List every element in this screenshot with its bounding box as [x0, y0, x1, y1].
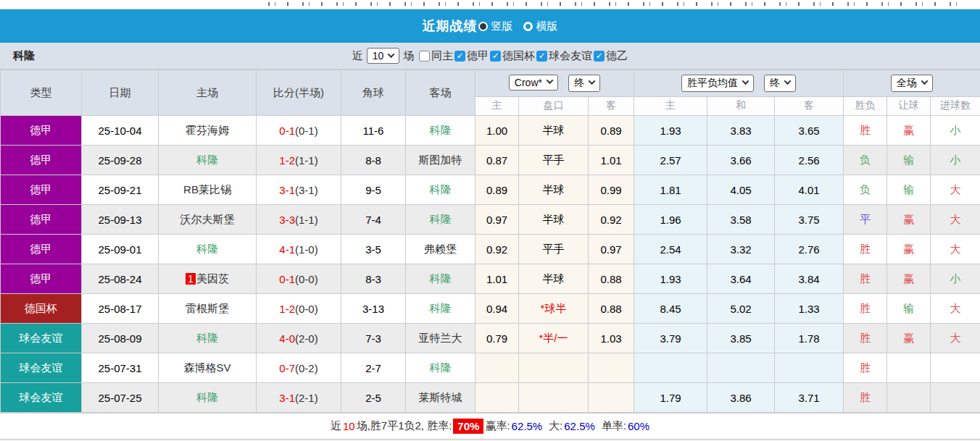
- away-team[interactable]: 莱斯特城: [406, 383, 476, 413]
- bookmaker-state-select[interactable]: 终: [568, 75, 600, 92]
- league-filter-group: ✓德甲✓德国杯✓球会友谊✓德乙: [453, 49, 628, 63]
- ah-odds-home: [476, 383, 519, 413]
- ah-odds-away: 0.88: [589, 264, 634, 294]
- result-wdl: 胜: [844, 235, 887, 264]
- away-team[interactable]: 弗赖堡: [406, 235, 476, 264]
- score: 1-2(1-1): [257, 146, 341, 175]
- result-wdl: 胜: [844, 353, 887, 383]
- recent-results-table: 类型 日期 主场 比分(半场) 角球 客场 Crow* 终: [0, 70, 980, 413]
- league-badge: 德甲: [1, 146, 82, 175]
- score: 1-2(0-0): [257, 294, 341, 324]
- recent-results-panel: 近期战绩 竖版 横版 科隆 近 10 场 同主 ✓德甲✓德国杯✓球会友谊✓德乙 …: [0, 0, 980, 441]
- section-title: 近期战绩: [423, 17, 478, 35]
- average-select[interactable]: 胜平负均值: [681, 75, 754, 92]
- away-team[interactable]: 科隆: [406, 353, 476, 383]
- filter-bar: 科隆 近 10 场 同主 ✓德甲✓德国杯✓球会友谊✓德乙: [0, 43, 980, 70]
- score: 3-3(1-1): [257, 205, 341, 235]
- league-filter-label[interactable]: 德国杯: [502, 49, 535, 63]
- header-row-top: 类型 日期 主场 比分(半场) 角球 客场 Crow* 终: [1, 70, 980, 97]
- league-filter-label[interactable]: 德甲: [467, 49, 489, 63]
- away-team[interactable]: 斯图加特: [406, 146, 476, 175]
- average-state-select[interactable]: 终: [764, 75, 796, 92]
- ah-odds-home: 1.01: [476, 264, 519, 294]
- section-title-bar: 近期战绩 竖版 横版: [0, 9, 980, 43]
- ah-odds-away: [589, 353, 634, 383]
- result-wdl: 负: [844, 175, 887, 205]
- summary-prefix: 近: [331, 419, 341, 433]
- ah-line: 平手: [519, 235, 589, 264]
- home-team[interactable]: 雷根斯堡: [159, 294, 257, 324]
- result-handicap: 输: [887, 294, 931, 324]
- home-team[interactable]: 沃尔夫斯堡: [159, 205, 257, 235]
- home-team[interactable]: 科隆: [159, 383, 257, 413]
- avg-odds-draw: 4.05: [707, 175, 775, 205]
- away-team[interactable]: 科隆: [406, 264, 476, 294]
- match-count-select[interactable]: 10: [367, 48, 400, 64]
- avg-odds-home: 1.81: [634, 175, 707, 205]
- away-team[interactable]: 科隆: [406, 205, 476, 235]
- score: 4-1(1-0): [257, 235, 341, 264]
- ah-odds-away: 1.03: [589, 324, 634, 353]
- ah-odds-home: 0.92: [476, 235, 519, 264]
- result-wdl: 胜: [844, 383, 887, 413]
- home-team[interactable]: 霍芬海姆: [159, 116, 257, 146]
- win-odds-value: 62.5%: [512, 420, 543, 432]
- away-team[interactable]: 科隆: [406, 294, 476, 324]
- sub-header-avg-draw: 和: [707, 96, 775, 115]
- league-filter-checkbox[interactable]: ✓: [454, 51, 465, 62]
- matches-suffix-label: 场: [403, 49, 414, 63]
- away-team[interactable]: 亚特兰大: [406, 324, 476, 353]
- league-filter-checkbox[interactable]: ✓: [594, 51, 605, 62]
- home-team[interactable]: 科隆: [159, 235, 257, 264]
- league-badge: 德甲: [1, 264, 82, 294]
- match-date: 25-09-21: [82, 175, 159, 205]
- chevron-down-icon: [547, 77, 554, 84]
- avg-odds-draw: 3.86: [707, 383, 775, 413]
- home-team[interactable]: RB莱比锡: [159, 175, 257, 205]
- sub-header-avg-home: 主: [634, 96, 707, 115]
- result-wdl: 胜: [844, 116, 887, 146]
- ah-odds-home: 1.00: [476, 116, 519, 146]
- bookmaker-select[interactable]: Crow*: [509, 75, 558, 91]
- result-goals: 大: [931, 294, 980, 324]
- scope-select[interactable]: 全场: [891, 75, 933, 92]
- home-team[interactable]: 科隆: [159, 146, 257, 175]
- league-filter-label[interactable]: 球会友谊: [549, 49, 592, 63]
- match-date: 25-08-17: [82, 294, 159, 324]
- chevron-down-icon: [589, 77, 596, 85]
- same-home-label[interactable]: 同主: [431, 49, 453, 63]
- corners: 2-5: [341, 383, 406, 413]
- avg-odds-draw: [707, 353, 775, 383]
- sub-header-avg-away: 客: [775, 96, 844, 115]
- ah-odds-away: [589, 383, 634, 413]
- corners: 11-6: [341, 116, 406, 146]
- sub-header-goals: 进球数: [931, 96, 980, 115]
- league-filter-checkbox[interactable]: ✓: [536, 51, 547, 62]
- match-date: 25-09-28: [82, 146, 159, 175]
- league-filter-label[interactable]: 德乙: [606, 49, 628, 63]
- match-count-value: 10: [373, 50, 384, 62]
- ah-odds-away: 1.01: [589, 146, 634, 175]
- league-badge: 球会友谊: [1, 353, 82, 383]
- away-team[interactable]: 科隆: [406, 175, 476, 205]
- away-team[interactable]: 科隆: [406, 116, 476, 146]
- sub-header-ah-line: 盘口: [519, 96, 589, 115]
- league-filter-checkbox[interactable]: ✓: [490, 51, 501, 62]
- result-handicap: 赢: [887, 205, 931, 235]
- radio-horizontal-label[interactable]: 横版: [536, 20, 558, 33]
- table-row: 德甲25-09-28科隆1-2(1-1)8-8斯图加特0.87平手1.012.5…: [1, 146, 980, 175]
- home-team[interactable]: 森博格SV: [159, 353, 257, 383]
- avg-odds-home: 1.79: [634, 383, 707, 413]
- radio-vertical-layout[interactable]: [478, 22, 488, 31]
- radio-vertical-label[interactable]: 竖版: [491, 20, 513, 33]
- same-home-checkbox[interactable]: [419, 51, 430, 62]
- table-row: 德国杯25-08-17雷根斯堡1-2(0-0)3-13科隆0.94*球半0.88…: [1, 294, 980, 324]
- result-wdl: 胜: [844, 264, 887, 294]
- radio-horizontal-layout[interactable]: [523, 22, 533, 31]
- result-handicap: 输: [887, 175, 931, 205]
- avg-odds-away: 2.76: [775, 235, 844, 264]
- home-team[interactable]: 1美因茨: [159, 264, 257, 294]
- avg-odds-draw: 3.64: [707, 264, 775, 294]
- home-team[interactable]: 科隆: [159, 324, 257, 353]
- col-header-date: 日期: [82, 70, 159, 116]
